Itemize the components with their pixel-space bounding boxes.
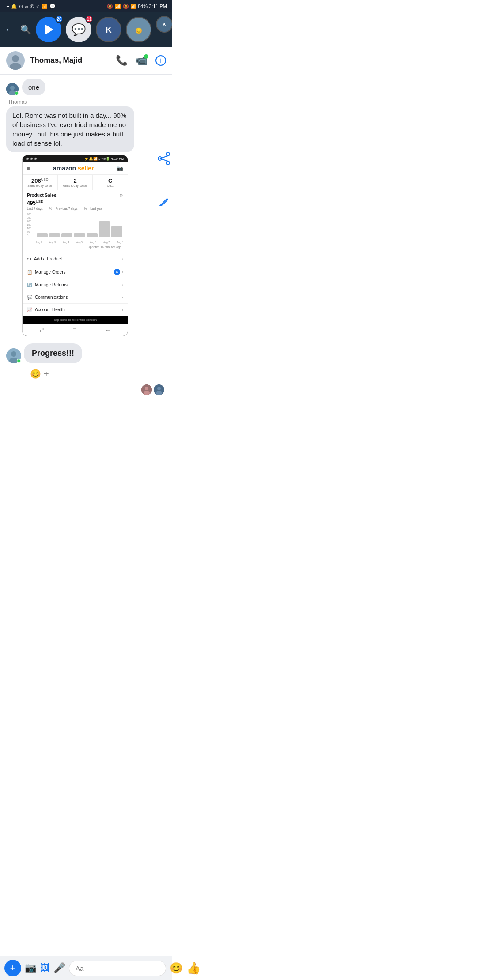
story-badge-11: 11 — [85, 15, 93, 23]
az-bar-aug2 — [37, 233, 48, 237]
svg-text:K: K — [106, 25, 112, 34]
az-tap-hint[interactable]: Tap here to fill entire screen — [23, 316, 128, 324]
svg-point-14 — [166, 161, 170, 165]
az-add-product-icon: 🏷 — [27, 256, 31, 261]
progress-message-row: Progress!!! — [6, 343, 166, 363]
az-health-chevron: › — [122, 308, 123, 312]
emoji-smiley[interactable]: 😊 — [30, 369, 41, 379]
story-play-button[interactable]: 20 — [36, 17, 61, 42]
svg-point-21 — [145, 387, 148, 390]
az-nav-home[interactable]: □ — [73, 327, 76, 333]
az-bar-aug7 — [99, 221, 110, 237]
chat-actions: 📞 📹 i — [116, 55, 166, 66]
az-orders-badge: 6 — [114, 269, 120, 275]
az-bar-aug5 — [74, 233, 85, 237]
phone-icon[interactable]: 📞 — [116, 55, 128, 66]
az-returns-label: Manage Returns — [35, 283, 68, 287]
az-returns-icon: 🔄 — [27, 283, 32, 287]
az-bar-aug4 — [61, 233, 72, 237]
status-right-icons: 🔕 📶 🔕 📶 84% 3:11 PM — [107, 4, 167, 9]
info-icon[interactable]: i — [155, 55, 166, 66]
az-add-product-chevron: › — [122, 257, 123, 261]
svg-point-24 — [157, 387, 161, 390]
sent-avatar-1 — [141, 384, 152, 395]
emoji-plus[interactable]: + — [44, 369, 49, 379]
amazon-screenshot[interactable]: ⊙ ⊙ ⊙ ⚡🔔📶 54%🔋 4:10 PM ≡ amazon seller 📷… — [22, 155, 128, 336]
az-bar-aug3 — [49, 233, 60, 237]
az-returns-chevron: › — [122, 283, 123, 287]
az-menu-account-health[interactable]: 📈 Account Health › — [23, 304, 128, 316]
az-nav-back2[interactable]: ⇄ — [39, 327, 44, 333]
sender-avatar-small — [6, 83, 19, 95]
status-left-icons: ··· 🔔 ⊙ ∞ ✆ ✓ 📶 💬 — [5, 4, 56, 9]
online-dot — [17, 359, 21, 363]
video-icon[interactable]: 📹 — [136, 55, 148, 66]
message-thomas: Thomas Lol. Rome was not built in a day.… — [6, 99, 166, 152]
story-bar: ← 🔍 20 💬 11 K 😊 K — [0, 12, 172, 47]
az-orders-chevron: › — [122, 270, 123, 274]
az-stats-row: 206USD Sales today so far 2 Units today … — [23, 175, 128, 190]
progress-bubble: Progress!!! — [24, 343, 82, 363]
svg-point-12 — [166, 152, 170, 156]
status-bar: ··· 🔔 ⊙ ∞ ✆ ✓ 📶 💬 🔕 📶 🔕 📶 84% 3:11 PM — [0, 0, 172, 12]
contact-avatar-1[interactable]: K — [96, 17, 121, 42]
svg-point-10 — [10, 86, 15, 90]
story-badge-20: 20 — [55, 15, 63, 23]
contact-avatar-3[interactable]: K — [156, 16, 172, 33]
message-bubble-thomas: Lol. Rome was not built in a day... 90% … — [6, 106, 134, 152]
progress-text: Progress!!! — [32, 349, 74, 358]
az-orders-label: Manage Orders — [35, 270, 65, 275]
svg-point-7 — [12, 55, 19, 62]
sent-indicator-row — [6, 384, 164, 395]
messenger-icon: 💬 — [72, 23, 86, 37]
az-menu-manage-returns[interactable]: 🔄 Manage Returns › — [23, 279, 128, 291]
az-menu-communications[interactable]: 💬 Communications › — [23, 291, 128, 304]
chat-avatar — [6, 51, 25, 70]
az-menu-manage-orders[interactable]: 📋 Manage Orders 6 › — [23, 265, 128, 279]
az-comms-icon: 💬 — [27, 295, 32, 300]
az-comms-label: Communications — [35, 295, 68, 300]
az-add-product-label: Add a Product — [34, 256, 62, 261]
share-icon[interactable] — [157, 152, 170, 167]
emoji-reaction-row: 😊 + — [24, 367, 166, 381]
az-comms-chevron: › — [122, 295, 123, 300]
online-indicator — [15, 91, 19, 95]
contact-avatar-2[interactable]: 😊 — [126, 17, 151, 42]
az-stat-cu: C Cu... — [93, 175, 128, 190]
az-menu-items: 🏷 Add a Product › 📋 Manage Orders 6 › — [23, 253, 128, 316]
az-bar-aug6 — [87, 233, 98, 237]
az-status-bar: ⊙ ⊙ ⊙ ⚡🔔📶 54%🔋 4:10 PM — [23, 155, 128, 162]
az-health-label: Account Health — [35, 307, 65, 312]
chat-name: Thomas, Majid — [30, 56, 110, 65]
az-health-icon: 📈 — [27, 307, 32, 312]
back-icon[interactable]: ← — [4, 24, 14, 35]
search-icon[interactable]: 🔍 — [20, 24, 31, 35]
progress-sender-avatar — [6, 348, 21, 363]
message-bubble-one: one — [22, 79, 45, 95]
sent-avatar-2 — [154, 384, 164, 395]
online-dot-cam — [144, 54, 148, 59]
svg-text:K: K — [163, 22, 166, 27]
play-icon — [45, 25, 53, 34]
az-chart: 300250200150100500 Aug 2Aug 3Aug 4Aug 5A… — [27, 213, 123, 244]
az-bar-aug8 — [111, 226, 122, 237]
messenger-button[interactable]: 💬 11 — [66, 17, 91, 42]
sender-name-thomas: Thomas — [8, 99, 27, 105]
az-nav-back[interactable]: ← — [105, 327, 111, 333]
az-nav-bar: ⇄ □ ← — [23, 324, 128, 336]
svg-point-18 — [11, 351, 16, 357]
svg-point-25 — [156, 391, 162, 395]
az-orders-icon: 📋 — [27, 270, 32, 275]
az-menu-add-product[interactable]: 🏷 Add a Product › — [23, 253, 128, 265]
svg-text:😊: 😊 — [135, 27, 143, 34]
az-product-sales: Product Sales ⚙ 495USD Last 7 days -- % … — [23, 190, 128, 253]
az-updated: Updated 14 minutes ago — [27, 245, 123, 250]
edit-icon[interactable] — [158, 196, 170, 210]
svg-point-22 — [144, 391, 150, 395]
az-header: ≡ amazon seller 📷 — [23, 162, 128, 175]
chat-header: Thomas, Majid 📞 📹 i — [0, 47, 172, 75]
az-stat-units: 2 Units today so far — [58, 175, 93, 190]
chat-messages: one Thomas Lol. Rome was not built in a … — [0, 75, 172, 434]
az-logo: amazon seller — [53, 165, 94, 172]
message-one: one — [6, 79, 166, 95]
